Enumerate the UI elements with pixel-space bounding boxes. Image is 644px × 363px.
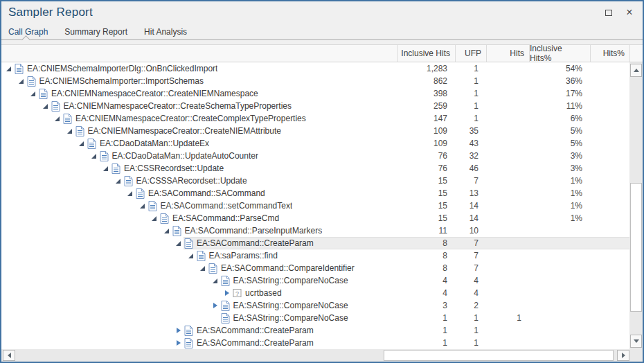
tree-indent (1, 156, 91, 157)
table-row[interactable]: EA:SACommand::SACommand15131% (1, 187, 629, 200)
table-row[interactable]: EA:saParams::find87 (1, 249, 629, 262)
table-row[interactable]: EA:CDaoDataMan::UpdateAutoCounter76323% (1, 150, 629, 162)
column-header-hits[interactable]: Hits (486, 45, 529, 62)
table-row[interactable]: EA:SACommand::ParseCmd15141% (1, 212, 629, 224)
close-button[interactable]: × (622, 6, 637, 19)
collapse-icon[interactable] (115, 177, 122, 184)
table-row[interactable]: EA:SAString::CompareNoCase32 (1, 299, 629, 312)
collapse-icon[interactable] (54, 115, 61, 122)
collapse-icon[interactable] (6, 65, 12, 72)
expand-icon[interactable] (212, 302, 219, 309)
tree-item[interactable]: ?ucrtbased (232, 287, 397, 299)
table-row[interactable]: EA:CSSRecordset::Update76463% (1, 162, 629, 175)
collapse-icon[interactable] (78, 140, 85, 147)
tree-item[interactable]: EA:SACommand::setCommandText (147, 200, 398, 212)
tree-item[interactable]: EA:SACommand::SACommand (135, 187, 397, 200)
column-header-inclusive-hits-pct[interactable]: Inclusive Hits% (529, 45, 590, 62)
tree-item[interactable]: EA:SACommand::CreateParam (184, 337, 397, 349)
horizontal-scrollbar-track[interactable] (15, 349, 617, 362)
collapse-icon[interactable] (163, 227, 170, 234)
collapse-icon[interactable] (127, 190, 134, 197)
tree-item[interactable]: EA:CNIEMNamespaceCreator::CreateSchemaTy… (51, 100, 398, 112)
document-icon (75, 126, 84, 136)
cell-hits-pct (590, 312, 629, 324)
unknown-module-icon: ? (233, 288, 242, 299)
tab-summary-report[interactable]: Summary Report (64, 27, 127, 37)
table-row[interactable]: EA:SACommand::CreateParam11 (1, 337, 629, 349)
collapse-icon[interactable] (91, 152, 98, 159)
tree-item[interactable]: EA:CNIEMNamespaceCreator::CreateNIEMAttr… (75, 125, 398, 137)
tree-item[interactable]: EA:CDaoDataMan::UpdateAutoCounter (99, 150, 398, 162)
table-row[interactable]: EA:CNIEMSchemaImporter::ImportSchemas862… (1, 75, 629, 87)
table-row[interactable]: EA:SACommand::CreateParam87 (1, 237, 629, 249)
table-row[interactable]: EA:SACommand::ParseInputMarkers1110 (1, 224, 629, 237)
collapse-icon[interactable] (212, 277, 219, 284)
tree-item[interactable]: EA:SACommand::ParseCmd (159, 212, 397, 224)
collapse-icon[interactable] (175, 240, 182, 247)
table-row[interactable]: EA:SACommand::setCommandText15141% (1, 200, 629, 212)
table-row[interactable]: EA:SACommand::CompareIdentifier87 (1, 262, 629, 274)
expand-icon[interactable] (175, 339, 182, 346)
tree-item[interactable]: EA:CNIEMSchemaImporter::ImportSchemas (26, 75, 398, 87)
scroll-down-button[interactable] (630, 335, 642, 348)
expand-icon[interactable] (224, 290, 231, 296)
tree-item[interactable]: EA:SAString::CompareNoCase (220, 274, 398, 287)
cell-hits (486, 75, 529, 87)
scroll-left-button[interactable] (3, 350, 15, 361)
table-row[interactable]: EA:CNIEMNamespaceCreator::CreateNIEMName… (1, 87, 629, 100)
table-row[interactable]: ?ucrtbased44 (1, 287, 629, 299)
tree-item[interactable]: EA:SACommand::CompareIdentifier (208, 262, 397, 274)
cell-hits (486, 249, 529, 262)
collapse-icon[interactable] (102, 165, 109, 172)
tree-item[interactable]: EA:CDaoDataMan::UpdateEx (87, 137, 397, 150)
collapse-icon[interactable] (18, 78, 25, 85)
tree-item[interactable]: EA:CSSRecordset::Update (111, 162, 397, 175)
tree-item[interactable]: EA:saParams::find (196, 249, 398, 262)
table-row[interactable]: EA:CDaoDataMan::UpdateEx109435% (1, 137, 629, 150)
cell-ufp: 32 (455, 150, 486, 162)
table-row[interactable]: EA:SAString::CompareNoCase111 (1, 312, 629, 324)
tree-item[interactable]: EA:CNIEMSchemaImporterDlg::OnBnClickedIm… (14, 62, 397, 75)
column-header-ufp[interactable]: UFP (455, 45, 486, 62)
table-row[interactable]: EA:CNIEMNamespaceCreator::CreateComplexT… (1, 112, 629, 125)
table-row[interactable]: EA:SAString::CompareNoCase44 (1, 274, 629, 287)
scroll-up-button[interactable] (630, 64, 642, 77)
cell-hits-pct (590, 112, 629, 125)
collapse-icon[interactable] (199, 265, 206, 272)
maximize-button[interactable] (601, 6, 616, 19)
expand-icon[interactable] (175, 327, 182, 334)
tree-item[interactable]: EA:SACommand::ParseInputMarkers (172, 224, 398, 237)
tree-item[interactable]: EA:SAString::CompareNoCase (220, 299, 398, 312)
collapse-icon[interactable] (139, 202, 146, 209)
tree-item[interactable]: EA:SACommand::CreateParam (184, 324, 397, 337)
tree-item[interactable]: EA:CNIEMNamespaceCreator::CreateNIEMName… (38, 87, 397, 100)
tree-item[interactable]: EA:SAString::CompareNoCase (220, 312, 398, 324)
document-icon (15, 64, 24, 74)
arrow-down-icon (634, 339, 639, 343)
function-name: EA:SACommand::CreateParam (197, 326, 314, 335)
collapse-icon[interactable] (30, 90, 37, 97)
vertical-scrollbar[interactable] (629, 62, 643, 349)
collapse-icon[interactable] (188, 252, 195, 259)
tree-item[interactable]: EA:CSSSARecordset::Update (123, 175, 398, 187)
column-header-hits-pct[interactable]: Hits% (590, 45, 629, 62)
document-icon (221, 276, 230, 286)
collapse-icon[interactable] (151, 215, 158, 222)
collapse-icon[interactable] (42, 103, 49, 109)
table-row[interactable]: EA:CSSSARecordset::Update1571% (1, 175, 629, 187)
vertical-scrollbar-thumb[interactable] (630, 183, 642, 312)
tab-hit-analysis[interactable]: Hit Analysis (144, 27, 187, 37)
tree-item[interactable]: EA:CNIEMNamespaceCreator::CreateComplexT… (62, 112, 397, 125)
table-row[interactable]: EA:CNIEMNamespaceCreator::CreateSchemaTy… (1, 100, 629, 112)
table-row[interactable]: EA:SACommand::CreateParam11 (1, 324, 629, 337)
tab-call-graph[interactable]: Call Graph (8, 27, 48, 37)
column-header-function[interactable] (1, 45, 397, 62)
collapse-icon[interactable] (66, 127, 73, 134)
scroll-right-button[interactable] (617, 350, 629, 361)
table-row[interactable]: EA:CNIEMSchemaImporterDlg::OnBnClickedIm… (1, 62, 629, 75)
table-row[interactable]: EA:CNIEMNamespaceCreator::CreateNIEMAttr… (1, 125, 629, 137)
horizontal-scrollbar-thumb[interactable] (384, 350, 614, 361)
column-header-inclusive-hits[interactable]: Inclusive Hits (397, 45, 455, 62)
horizontal-scrollbar[interactable] (1, 349, 643, 362)
tree-item[interactable]: EA:SACommand::CreateParam (184, 237, 397, 249)
